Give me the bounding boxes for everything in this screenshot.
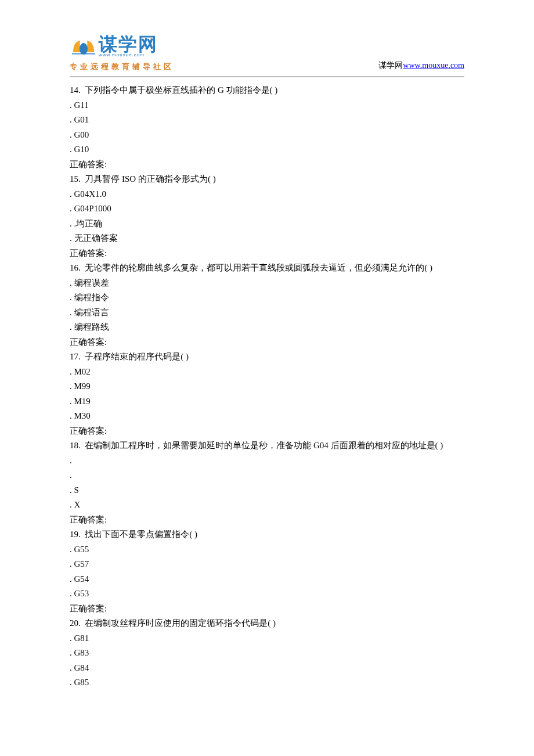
answer-label: 正确答案: [70, 513, 464, 528]
option: . .均正确 [70, 217, 464, 232]
option: . G00 [70, 128, 464, 143]
question-text: 子程序结束的程序代码是( ) [85, 352, 189, 361]
option: . S [70, 483, 464, 498]
option: . 编程路线 [70, 320, 464, 335]
option: . G53 [70, 586, 464, 602]
option: . G57 [70, 557, 464, 572]
question-number: 14. [70, 85, 81, 95]
option: . 编程语言 [70, 305, 464, 321]
question-text: 无论零件的轮廓曲线多么复杂，都可以用若干直线段或圆弧段去逼近，但必须满足允许的(… [85, 263, 432, 272]
page-header: 谋学网 www.mouxue.com 专业远程教育辅导社区 谋学网www.mou… [70, 0, 464, 77]
option: . G11 [70, 98, 464, 113]
answer-label: 正确答案: [70, 424, 464, 439]
question-number: 20. [70, 618, 81, 628]
option: . M19 [70, 394, 464, 409]
option: . G85 [70, 675, 464, 690]
logo-main-text: 谋学网 [99, 35, 158, 53]
question-text: 下列指令中属于极坐标直线插补的 G 功能指令是( ) [85, 85, 277, 95]
option: . 无正确答案 [70, 231, 464, 246]
option: . M99 [70, 379, 464, 394]
header-right: 谋学网www.mouxue.com [378, 60, 464, 71]
logo-icon [70, 36, 98, 59]
option: . G01 [70, 113, 464, 128]
question-block: 14. 下列指令中属于极坐标直线插补的 G 功能指令是( ) [70, 83, 464, 98]
question-text: 在编制攻丝程序时应使用的固定循环指令代码是( ) [85, 618, 276, 628]
logo-text-block: 谋学网 www.mouxue.com [99, 35, 158, 57]
svg-rect-1 [72, 53, 95, 55]
header-right-label: 谋学网 [378, 61, 403, 70]
header-link[interactable]: www.mouxue.com [403, 61, 464, 70]
answer-label: 正确答案: [70, 602, 464, 617]
question-number: 18. [70, 441, 81, 450]
option: . G04X1.0 [70, 187, 464, 202]
option: . G04P1000 [70, 201, 464, 217]
option: . G10 [70, 142, 464, 157]
question-block: 20. 在编制攻丝程序时应使用的固定循环指令代码是( ) [70, 616, 464, 631]
option: . G84 [70, 661, 464, 676]
question-text: 刀具暂停 ISO 的正确指令形式为( ) [85, 174, 215, 183]
svg-point-0 [80, 43, 88, 55]
question-block: 17. 子程序结束的程序代码是( ) [70, 350, 464, 365]
option: . M30 [70, 409, 464, 424]
answer-label: 正确答案: [70, 246, 464, 261]
question-text: 在编制加工程序时，如果需要加延时的单位是秒，准备功能 G04 后面跟着的相对应的… [85, 441, 443, 450]
question-block: 18. 在编制加工程序时，如果需要加延时的单位是秒，准备功能 G04 后面跟着的… [70, 438, 464, 453]
option: . G83 [70, 646, 464, 661]
content-area: 14. 下列指令中属于极坐标直线插补的 G 功能指令是( ) . G11 . G… [0, 83, 534, 690]
logo-area: 谋学网 www.mouxue.com [70, 35, 464, 59]
option: . X [70, 498, 464, 513]
question-block: 16. 无论零件的轮廓曲线多么复杂，都可以用若干直线段或圆弧段去逼近，但必须满足… [70, 261, 464, 276]
question-number: 17. [70, 352, 81, 361]
question-number: 16. [70, 263, 81, 272]
question-text: 找出下面不是零点偏置指令( ) [85, 530, 197, 539]
option: . 编程误差 [70, 276, 464, 291]
option: . G54 [70, 572, 464, 587]
question-number: 19. [70, 530, 81, 539]
answer-label: 正确答案: [70, 157, 464, 172]
question-block: 15. 刀具暂停 ISO 的正确指令形式为( ) [70, 172, 464, 187]
question-number: 15. [70, 174, 81, 183]
option: . G55 [70, 542, 464, 557]
answer-label: 正确答案: [70, 335, 464, 350]
option: . [70, 468, 464, 483]
option: . M02 [70, 365, 464, 380]
option: . G81 [70, 631, 464, 646]
question-block: 19. 找出下面不是零点偏置指令( ) [70, 527, 464, 542]
option: . [70, 453, 464, 469]
option: . 编程指令 [70, 290, 464, 305]
